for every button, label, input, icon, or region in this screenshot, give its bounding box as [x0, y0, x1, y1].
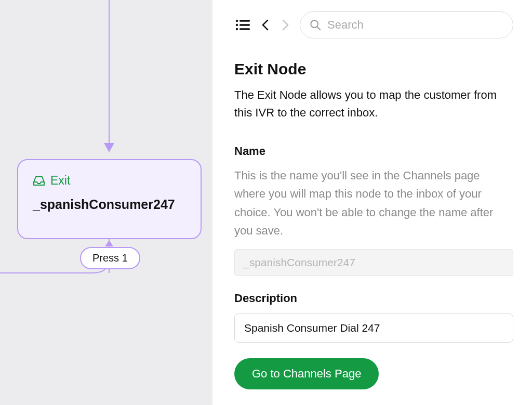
node-header: Exit	[33, 174, 186, 188]
search-icon	[310, 19, 321, 31]
svg-point-2	[236, 24, 238, 26]
description-input[interactable]	[234, 313, 513, 343]
chevron-right-icon	[281, 19, 289, 31]
svg-line-7	[317, 27, 321, 30]
chevron-left-icon	[261, 19, 270, 31]
arrow-up-icon	[105, 240, 113, 246]
exit-node-card[interactable]: Exit _spanishConsumer247	[17, 159, 202, 239]
forward-button	[280, 18, 290, 32]
search-input[interactable]	[327, 18, 503, 32]
connector-line-top	[109, 0, 110, 151]
name-help-text: This is the name you'll see in the Chann…	[234, 166, 513, 240]
svg-point-4	[236, 28, 238, 30]
panel-title: Exit Node	[234, 60, 513, 78]
name-label: Name	[234, 145, 513, 158]
list-icon	[235, 19, 250, 31]
node-type-label: Exit	[50, 174, 70, 188]
svg-rect-1	[240, 20, 250, 21]
svg-rect-5	[240, 28, 250, 30]
node-name: _spanishConsumer247	[33, 197, 186, 212]
go-to-channels-button[interactable]: Go to Channels Page	[234, 358, 379, 389]
description-label: Description	[234, 292, 513, 305]
panel-toolbar	[234, 11, 513, 38]
list-button[interactable]	[234, 18, 251, 32]
flow-canvas[interactable]: Exit _spanishConsumer247 Press 1	[0, 0, 212, 405]
press-badge[interactable]: Press 1	[80, 247, 140, 269]
name-input	[234, 249, 513, 276]
inbox-icon	[33, 176, 45, 186]
search-field[interactable]	[300, 11, 513, 38]
back-button[interactable]	[260, 18, 271, 32]
arrow-down-icon	[104, 143, 114, 152]
svg-point-0	[236, 20, 238, 22]
panel-description: The Exit Node allows you to map the cust…	[234, 86, 513, 122]
svg-rect-3	[240, 24, 250, 25]
side-panel: Exit Node The Exit Node allows you to ma…	[212, 0, 532, 405]
